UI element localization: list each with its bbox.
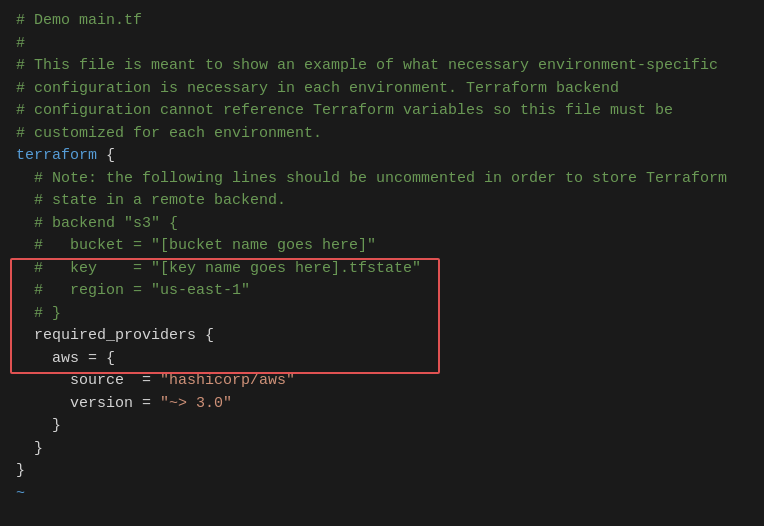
code-line: # Note: the following lines should be un… bbox=[16, 168, 748, 191]
code-line: # configuration cannot reference Terrafo… bbox=[16, 100, 748, 123]
code-line: # region = "us-east-1" bbox=[16, 280, 748, 303]
code-line: required_providers { bbox=[16, 325, 748, 348]
code-line: # customized for each environment. bbox=[16, 123, 748, 146]
code-line: # Demo main.tf bbox=[16, 10, 748, 33]
code-line: # backend "s3" { bbox=[16, 213, 748, 236]
code-line: # This file is meant to show an example … bbox=[16, 55, 748, 78]
code-line: version = "~> 3.0" bbox=[16, 393, 748, 416]
code-line: # configuration is necessary in each env… bbox=[16, 78, 748, 101]
code-line: ~ bbox=[16, 483, 748, 506]
code-editor: # Demo main.tf## This file is meant to s… bbox=[0, 0, 764, 526]
code-line: } bbox=[16, 460, 748, 483]
code-line: terraform { bbox=[16, 145, 748, 168]
code-line: # state in a remote backend. bbox=[16, 190, 748, 213]
code-line: source = "hashicorp/aws" bbox=[16, 370, 748, 393]
code-line: } bbox=[16, 438, 748, 461]
code-line: # bucket = "[bucket name goes here]" bbox=[16, 235, 748, 258]
code-line: # key = "[key name goes here].tfstate" bbox=[16, 258, 748, 281]
code-line: } bbox=[16, 415, 748, 438]
code-line: # } bbox=[16, 303, 748, 326]
code-line: # bbox=[16, 33, 748, 56]
code-line: aws = { bbox=[16, 348, 748, 371]
